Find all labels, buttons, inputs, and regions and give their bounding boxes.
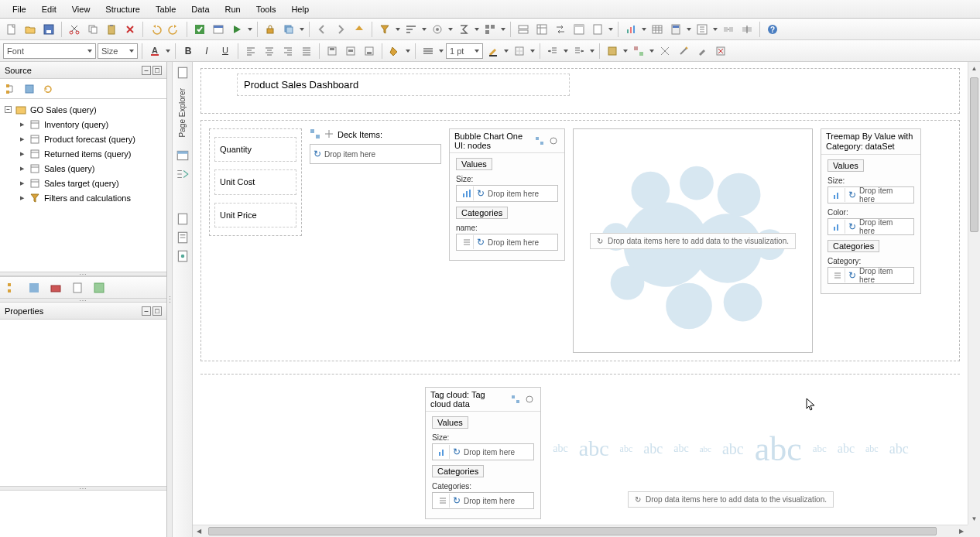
expand-icon[interactable] bbox=[19, 165, 26, 172]
wand-icon[interactable] bbox=[675, 43, 692, 60]
pt-combo[interactable]: 1 pt bbox=[446, 43, 483, 59]
menu-view[interactable]: View bbox=[64, 2, 98, 17]
redo-icon[interactable] bbox=[166, 21, 183, 38]
insert-icon[interactable] bbox=[694, 21, 711, 38]
expand-icon[interactable] bbox=[19, 150, 26, 157]
border-color-dropdown-icon[interactable] bbox=[503, 50, 509, 53]
style-dropdown-icon[interactable] bbox=[622, 50, 629, 53]
page-dropdown-icon[interactable] bbox=[608, 28, 614, 31]
font-combo[interactable]: Font bbox=[3, 43, 96, 59]
preview-icon[interactable] bbox=[210, 21, 227, 38]
menu-data[interactable]: Data bbox=[183, 2, 217, 17]
align-left-icon[interactable] bbox=[242, 43, 259, 60]
expand-icon[interactable] bbox=[19, 121, 26, 128]
explorer-4-icon[interactable] bbox=[175, 230, 190, 245]
paste-icon[interactable] bbox=[103, 21, 120, 38]
deck-widget[interactable]: Deck Items: ↻ Drop item here bbox=[310, 128, 441, 169]
scroll-thumb-h[interactable] bbox=[208, 527, 937, 535]
aggregate-icon[interactable] bbox=[429, 21, 446, 38]
tree-item-inventory[interactable]: Inventory (query) bbox=[2, 117, 165, 132]
vertical-scrollbar[interactable]: ▲ ▼ bbox=[968, 62, 980, 525]
treemap-config[interactable]: Treemap By Value with Category: dataSet … bbox=[821, 128, 921, 294]
align-justify-icon[interactable] bbox=[298, 43, 315, 60]
tab-data-icon[interactable] bbox=[25, 279, 43, 296]
tree-item-filters[interactable]: Filters and calculations bbox=[2, 190, 165, 205]
border-weight-icon[interactable] bbox=[420, 43, 437, 60]
valign-bottom-icon[interactable] bbox=[361, 43, 378, 60]
bubble-cfg1-icon[interactable] bbox=[533, 135, 546, 147]
explorer-2-icon[interactable] bbox=[175, 166, 190, 182]
bubble-cfg2-icon[interactable] bbox=[547, 135, 560, 147]
group-dropdown-icon[interactable] bbox=[500, 28, 506, 31]
bubble-config[interactable]: Bubble Chart One UI: nodes Values Size: bbox=[449, 128, 565, 261]
tree-item-returned[interactable]: Returned items (query) bbox=[2, 146, 165, 161]
indent-right-icon[interactable] bbox=[571, 43, 588, 60]
horizontal-scrollbar[interactable]: ◀ ▶ bbox=[193, 525, 968, 537]
valign-top-icon[interactable] bbox=[324, 43, 341, 60]
pane-maximize-icon[interactable]: □ bbox=[152, 306, 162, 316]
sort-icon[interactable] bbox=[403, 21, 420, 38]
explorer-page-icon[interactable] bbox=[175, 65, 190, 80]
help-icon[interactable]: ? bbox=[764, 21, 781, 38]
font-color-dropdown-icon[interactable] bbox=[165, 50, 171, 53]
expand-icon[interactable] bbox=[19, 194, 26, 201]
lock-icon[interactable] bbox=[262, 21, 279, 38]
merge-icon[interactable] bbox=[720, 21, 737, 38]
borders-dropdown-icon[interactable] bbox=[529, 50, 536, 53]
tagcloud-cfg1-icon[interactable] bbox=[509, 393, 522, 405]
tagcloud-cfg2-icon[interactable] bbox=[523, 393, 536, 405]
report-canvas[interactable]: Product Sales Dashboard Quantity Unit Co… bbox=[193, 62, 968, 525]
forward-icon[interactable] bbox=[332, 21, 349, 38]
deck-cfg1-icon[interactable] bbox=[310, 128, 320, 141]
border-color-icon[interactable] bbox=[485, 43, 502, 60]
border-weight-dropdown-icon[interactable] bbox=[438, 50, 444, 53]
delete-icon[interactable] bbox=[122, 21, 139, 38]
treemap-size-drop[interactable]: ↻ Drop item here bbox=[828, 186, 914, 204]
borders-icon[interactable] bbox=[511, 43, 528, 60]
bubble-preview[interactable]: ↻ Drop data items here to add data to th… bbox=[573, 128, 813, 353]
eyedropper-off-icon[interactable] bbox=[656, 43, 673, 60]
pane-minimize-icon[interactable]: – bbox=[142, 306, 151, 316]
valign-middle-icon[interactable] bbox=[342, 43, 359, 60]
indent-right-dropdown-icon[interactable] bbox=[589, 50, 595, 53]
explorer-3-icon[interactable] bbox=[175, 211, 190, 227]
new-icon[interactable] bbox=[3, 21, 20, 38]
section-icon[interactable] bbox=[515, 21, 532, 38]
run-dropdown-icon[interactable] bbox=[247, 28, 253, 31]
pivot-icon[interactable] bbox=[533, 21, 550, 38]
underline-icon[interactable]: U bbox=[217, 43, 234, 60]
style-icon[interactable] bbox=[604, 43, 621, 60]
swap-icon[interactable] bbox=[552, 21, 569, 38]
font-color-icon[interactable]: A bbox=[146, 43, 163, 60]
eyedropper-icon[interactable] bbox=[694, 43, 711, 60]
pane-minimize-icon[interactable]: – bbox=[142, 66, 151, 75]
tree-item-sales[interactable]: Sales (query) bbox=[2, 161, 165, 176]
calc-icon[interactable] bbox=[667, 21, 684, 38]
filter-icon[interactable] bbox=[376, 21, 393, 38]
tagcloud-preview[interactable]: abc abc abc abc abc abc abc abc abc abc … bbox=[549, 387, 913, 511]
validate-icon[interactable] bbox=[191, 21, 208, 38]
size-combo[interactable]: Size bbox=[98, 43, 138, 59]
open-icon[interactable] bbox=[22, 21, 39, 38]
tagcloud-cat-drop[interactable]: ↻ Drop item here bbox=[432, 492, 534, 509]
bold-icon[interactable]: B bbox=[180, 43, 197, 60]
save-icon[interactable] bbox=[40, 21, 57, 38]
conditional-icon[interactable] bbox=[630, 43, 647, 60]
conditional-dropdown-icon[interactable] bbox=[649, 50, 655, 53]
summarize-icon[interactable] bbox=[455, 21, 472, 38]
fill-dropdown-icon[interactable] bbox=[405, 50, 411, 53]
layers-icon[interactable] bbox=[280, 21, 297, 38]
scroll-left-icon[interactable]: ◀ bbox=[193, 525, 205, 537]
menu-table[interactable]: Table bbox=[148, 2, 183, 17]
indent-left-dropdown-icon[interactable] bbox=[563, 50, 569, 53]
explorer-5-icon[interactable] bbox=[175, 248, 190, 264]
align-right-icon[interactable] bbox=[279, 43, 296, 60]
calc-dropdown-icon[interactable] bbox=[686, 28, 692, 31]
undo-icon[interactable] bbox=[147, 21, 164, 38]
back-icon[interactable] bbox=[314, 21, 331, 38]
summarize-dropdown-icon[interactable] bbox=[474, 28, 480, 31]
group-icon[interactable] bbox=[481, 21, 499, 38]
run-icon[interactable] bbox=[228, 21, 245, 38]
clear-format-icon[interactable] bbox=[712, 43, 729, 60]
cut-icon[interactable] bbox=[66, 21, 83, 38]
